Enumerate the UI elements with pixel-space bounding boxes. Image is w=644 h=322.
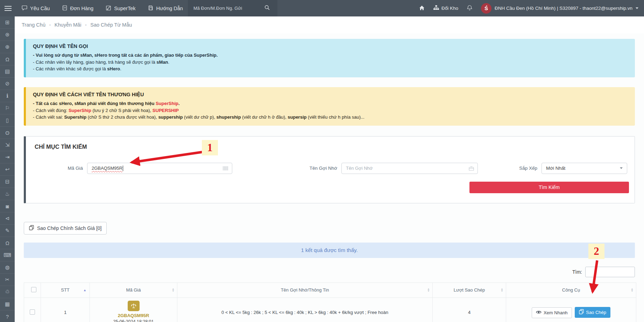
sort-select[interactable]: Mới Nhất xyxy=(542,163,627,174)
row-code-cell: 2GBAQSM95R 25-06-2024 18:28:01 xyxy=(90,298,177,322)
sort-icon[interactable]: ▲▼ xyxy=(631,288,634,292)
copy-policy-label: Sao Chép Chính Sách Giá [0] xyxy=(37,225,101,231)
breadcrumb-home[interactable]: Trang Chủ xyxy=(22,22,45,28)
sort-icon[interactable]: ▲▼ xyxy=(172,288,175,292)
sidebar-item-palette[interactable]: ⊛ xyxy=(0,29,15,41)
edit-square-icon xyxy=(106,5,111,12)
briefcase-icon xyxy=(469,166,474,171)
copy-icon xyxy=(29,225,34,231)
quick-view-button[interactable]: Xem Nhanh xyxy=(532,307,572,318)
orders-book-icon xyxy=(62,5,67,12)
search-panel: CHỈ MỤC TÌM KIẾM Mã Giá 2GBAQSM95R Tên G… xyxy=(24,136,635,203)
copy-icon xyxy=(579,309,584,315)
sidebar-item-ledger[interactable]: ▤ xyxy=(0,65,15,78)
row-checkbox[interactable] xyxy=(30,309,35,315)
column-header-copies[interactable]: Lượt Sao Chép▲▼ xyxy=(433,282,506,298)
table-filter-input[interactable] xyxy=(585,267,635,277)
sidebar-item-signin[interactable]: ⇥ xyxy=(0,151,15,163)
eye-icon xyxy=(536,310,542,315)
copy-row-button[interactable]: Sao Chép xyxy=(575,307,610,318)
price-code-input[interactable]: 2GBAQSM95R xyxy=(87,163,232,174)
search-icon[interactable] xyxy=(264,5,270,12)
home-icon[interactable] xyxy=(419,5,425,12)
sidebar-item-info[interactable]: ℹ xyxy=(0,90,15,102)
switch-warehouse-button[interactable]: Đổi Kho xyxy=(433,5,458,11)
breadcrumb: Trang Chủ • Khuyễn Mãi • Sao Chép Từ Mẫu xyxy=(15,16,644,33)
sidebar-item-recycle[interactable]: ♲ xyxy=(0,286,15,298)
sidebar-item-compass[interactable]: ⊘ xyxy=(0,78,15,90)
brand-rules-alert: QUY ĐỊNH VỀ CÁCH VIẾT TÊN THƯƠNG HIỆU - … xyxy=(24,87,635,126)
sidebar-item-globe[interactable]: ◍ xyxy=(0,261,15,274)
sitemap-icon xyxy=(433,5,439,11)
search-form-row: Mã Giá 2GBAQSM95R Tên Gợi Nhớ Tên Gợi Nh… xyxy=(35,163,629,174)
copy-policy-button[interactable]: Sao Chép Chính Sách Giá [0] xyxy=(24,222,107,234)
column-header-info[interactable]: Tên Gợi Nhớ/Thông Tin▲▼ xyxy=(177,282,433,298)
mnemonic-input[interactable]: Tên Gợi Nhớ xyxy=(341,163,478,174)
menu-item-yeu-cau[interactable]: Yêu Cầu xyxy=(22,5,50,12)
row-tools-cell: Xem Nhanh Sao Chép xyxy=(506,298,636,322)
sidebar-item-fire[interactable]: ♨ xyxy=(0,188,15,200)
user-menu[interactable]: Ś ĐNH Cầu Đen (Hồ Chí Minh) | S320897 - … xyxy=(481,3,638,14)
order-search-input[interactable] xyxy=(193,5,264,11)
sidebar-item-undo[interactable]: ↩ xyxy=(0,163,15,176)
sidebar-toggle-button[interactable] xyxy=(0,0,16,16)
compass-icon: ⊘ xyxy=(5,80,10,87)
select-all-checkbox[interactable] xyxy=(31,287,36,292)
tools-icon: ✂ xyxy=(5,276,10,283)
expand-icon: ⇲ xyxy=(5,142,10,148)
alert-line: - Tất cả các sHero, sMan phải viết đúng … xyxy=(33,100,628,106)
chat-bubble-icon: ◙ xyxy=(6,203,9,209)
sort-group: Sắp Xếp Mới Nhất xyxy=(478,163,627,174)
sidebar-item-tools[interactable]: ✂ xyxy=(0,274,15,286)
breadcrumb-separator: • xyxy=(49,23,51,27)
sidebar-item-members[interactable]: Ω xyxy=(0,53,15,65)
menu-item-supertek[interactable]: SuperTek xyxy=(106,5,135,12)
column-header-tools[interactable]: Công Cụ▲▼ xyxy=(506,282,636,298)
sort-icon[interactable]: ▲▼ xyxy=(427,288,430,292)
bell-icon[interactable] xyxy=(467,5,472,12)
dashboard-icon: ⊞ xyxy=(5,19,10,26)
sidebar-item-chat[interactable]: ◙ xyxy=(0,200,15,212)
drawer-icon: ⊟ xyxy=(5,178,10,185)
sidebar-item-expand[interactable]: ⇲ xyxy=(0,139,15,151)
sidebar-item-grid[interactable]: ▦ xyxy=(0,298,15,310)
sidebar-item-crosshair[interactable]: ⊕ xyxy=(0,41,15,53)
menu-label: Đơn Hàng xyxy=(70,6,93,11)
column-header-stt[interactable]: STT▲ xyxy=(41,282,90,298)
sort-label: Sắp Xếp xyxy=(478,166,537,171)
sort-asc-icon[interactable]: ▲ xyxy=(83,288,86,292)
copy-policy-row: Sao Chép Chính Sách Giá [0] xyxy=(24,222,635,234)
sidebar-item-help[interactable]: ? xyxy=(0,310,15,322)
breadcrumb-promo[interactable]: Khuyễn Mãi xyxy=(55,22,82,28)
breadcrumb-current: Sao Chép Từ Mẫu xyxy=(90,22,132,28)
sidebar-item-megaphone[interactable]: ⊲ xyxy=(0,212,15,225)
sidebar-item-notebook[interactable]: ▯ xyxy=(0,114,15,127)
submit-row: Tìm Kiếm xyxy=(35,182,629,193)
grid-icon: ▦ xyxy=(5,301,10,307)
results-table: STT▲ Mã Giá▲▼ Tên Gợi Nhớ/Thông Tin▲▼ Lư… xyxy=(24,282,636,322)
sidebar-item-edit[interactable]: ✎ xyxy=(0,225,15,237)
mnemonic-group: Tên Gợi Nhớ Tên Gợi Nhớ xyxy=(232,163,478,174)
sidebar-item-dashboard[interactable]: ⊞ xyxy=(0,16,15,29)
sidebar-item-flag[interactable]: ⚐ xyxy=(0,102,15,114)
menu-item-don-hang[interactable]: Đơn Hàng xyxy=(62,5,93,12)
help-icon: ? xyxy=(6,314,9,320)
page-body: QUY ĐỊNH VỀ TÊN GỌI - Vui lòng sử dụng t… xyxy=(15,39,644,322)
bulb-icon: ʘ xyxy=(5,130,9,136)
icon-sidebar: ⊞ ⊛ ⊕ Ω ▤ ⊘ ℹ ⚐ ▯ ʘ ⇲ ⇥ ↩ ⊟ ♨ ◙ ⊲ ✎ Ω ⌨ … xyxy=(0,16,15,322)
barcode-icon xyxy=(223,166,228,171)
menu-item-huong-dan[interactable]: Hướng Dẫn xyxy=(148,5,183,12)
search-button[interactable]: Tìm Kiếm xyxy=(469,182,629,193)
navbar-search-box xyxy=(188,0,277,16)
sort-icon[interactable]: ▲▼ xyxy=(501,288,503,292)
sidebar-item-user[interactable]: Ω xyxy=(0,237,15,249)
column-header-ma-gia[interactable]: Mã Giá▲▼ xyxy=(90,282,177,298)
alert-line: - Các nhân viên khác sẽ được gọi là sHer… xyxy=(33,66,628,72)
row-checkbox-cell xyxy=(24,298,41,322)
top-navbar: Yêu Cầu Đơn Hàng SuperTek Hướng Dẫn Đổi … xyxy=(0,0,644,16)
copy-row-label: Sao Chép xyxy=(586,310,606,315)
sidebar-item-bulb[interactable]: ʘ xyxy=(0,127,15,139)
sidebar-item-keyboard[interactable]: ⌨ xyxy=(0,249,15,261)
price-code-link[interactable]: 2GBAQSM95R xyxy=(93,313,174,318)
sidebar-item-drawer[interactable]: ⊟ xyxy=(0,176,15,188)
